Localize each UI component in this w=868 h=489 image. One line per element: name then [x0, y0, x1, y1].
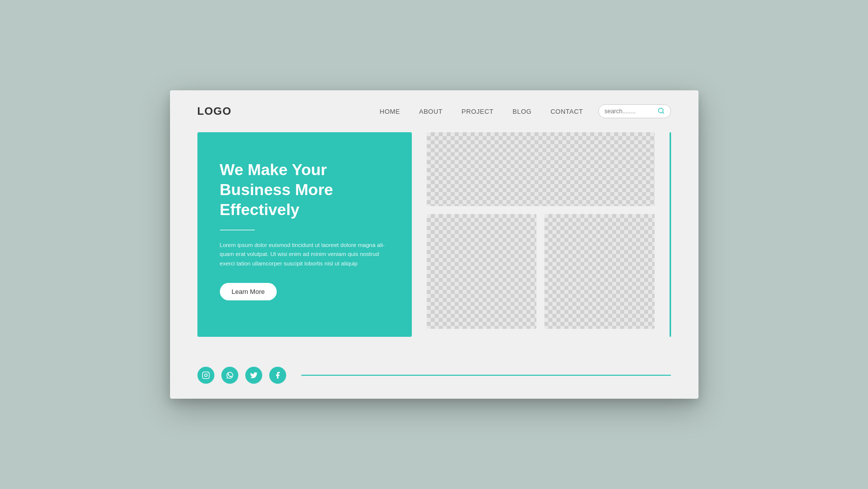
footer	[170, 357, 698, 399]
hero-divider	[220, 230, 255, 231]
footer-line	[301, 375, 671, 376]
nav: HOME ABOUT PROJECT BLOG CONTACT	[380, 108, 583, 115]
search-box	[598, 104, 671, 118]
page-container: LOGO HOME ABOUT PROJECT BLOG CONTACT We …	[170, 90, 698, 399]
hero-content: We Make Your Business More Effectively L…	[220, 160, 389, 300]
social-instagram[interactable]	[197, 367, 214, 384]
social-whatsapp[interactable]	[221, 367, 238, 384]
svg-rect-2	[202, 372, 209, 378]
image-grid	[427, 132, 655, 329]
svg-line-1	[662, 112, 664, 114]
search-input[interactable]	[605, 108, 655, 115]
social-twitter[interactable]	[245, 367, 262, 384]
image-small-2	[544, 214, 655, 329]
nav-contact[interactable]: CONTACT	[550, 108, 583, 115]
svg-point-3	[204, 374, 207, 376]
main-content: We Make Your Business More Effectively L…	[170, 132, 698, 357]
nav-home[interactable]: HOME	[380, 108, 400, 115]
search-icon[interactable]	[658, 107, 665, 115]
right-accent-line	[670, 132, 671, 337]
logo: LOGO	[197, 105, 232, 118]
nav-about[interactable]: ABOUT	[419, 108, 443, 115]
image-small-1	[427, 214, 537, 329]
nav-blog[interactable]: BLOG	[513, 108, 531, 115]
learn-more-button[interactable]: Learn More	[220, 283, 277, 300]
social-icons	[197, 367, 286, 384]
svg-point-4	[207, 373, 208, 374]
header: LOGO HOME ABOUT PROJECT BLOG CONTACT	[170, 90, 698, 132]
image-row	[427, 214, 655, 329]
image-large	[427, 132, 655, 206]
hero-body: Lorem ipsum dolor euismod tincidunt ut l…	[220, 241, 389, 268]
social-facebook[interactable]	[269, 367, 286, 384]
nav-project[interactable]: PROJECT	[462, 108, 494, 115]
hero-title: We Make Your Business More Effectively	[220, 160, 389, 220]
hero-panel: We Make Your Business More Effectively L…	[197, 132, 412, 337]
